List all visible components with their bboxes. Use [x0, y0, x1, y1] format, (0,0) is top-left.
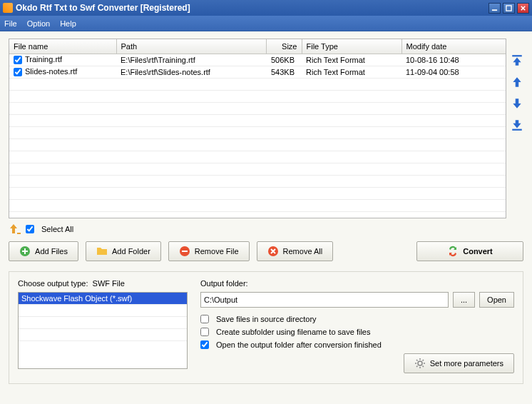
- move-up-icon[interactable]: [511, 76, 523, 89]
- svg-point-8: [418, 361, 422, 365]
- svg-rect-2: [512, 55, 522, 56]
- col-path[interactable]: Path: [116, 39, 266, 54]
- content-area: File name Path Size File Type Modify dat…: [0, 31, 532, 404]
- cell-path: E:\Files\rtf\Slides-notes.rtf: [116, 66, 266, 78]
- cell-name: Slides-notes.rtf: [25, 67, 77, 76]
- select-all-checkbox[interactable]: [26, 225, 34, 233]
- cell-size: 543KB: [266, 66, 302, 78]
- cell-type: Rich Text Format: [302, 66, 401, 78]
- svg-rect-0: [492, 9, 497, 11]
- col-type[interactable]: File Type: [302, 39, 401, 54]
- browse-button[interactable]: ...: [453, 292, 475, 308]
- table-row[interactable]: Training.rtf E:\Files\rtf\Training.rtf 5…: [9, 54, 506, 66]
- col-size[interactable]: Size: [266, 39, 302, 54]
- menu-help[interactable]: Help: [60, 19, 76, 28]
- file-list[interactable]: File name Path Size File Type Modify dat…: [9, 39, 506, 218]
- select-all-label: Select All: [41, 225, 73, 233]
- gear-icon: [414, 358, 426, 369]
- open-button[interactable]: Open: [479, 292, 514, 308]
- list-item[interactable]: Shockwave Flash Object (*.swf): [19, 293, 187, 304]
- row-checkbox[interactable]: [14, 68, 22, 76]
- reorder-arrows: [511, 39, 523, 218]
- cell-path: E:\Files\rtf\Training.rtf: [116, 54, 266, 66]
- set-more-parameters-button[interactable]: Set more parameters: [404, 353, 514, 373]
- opt-label: Save files in source directory: [216, 315, 317, 323]
- minus-icon: [179, 246, 190, 257]
- output-folder-input[interactable]: [200, 292, 449, 308]
- remove-all-button[interactable]: Remove All: [257, 241, 334, 261]
- convert-button[interactable]: Convert: [416, 241, 523, 261]
- col-filename[interactable]: File name: [9, 39, 116, 54]
- move-top-icon[interactable]: [511, 54, 523, 67]
- table-row[interactable]: Slides-notes.rtf E:\Files\rtf\Slides-not…: [9, 66, 506, 78]
- svg-rect-6: [182, 251, 188, 252]
- open-after-checkbox[interactable]: [200, 340, 209, 349]
- remove-file-button[interactable]: Remove File: [168, 241, 250, 261]
- svg-rect-1: [506, 5, 511, 10]
- cell-type: Rich Text Format: [302, 54, 401, 66]
- col-date[interactable]: Modify date: [401, 39, 506, 54]
- cell-name: Training.rtf: [25, 55, 62, 64]
- opt-label: Open the output folder after conversion …: [216, 340, 382, 349]
- output-type-list[interactable]: Shockwave Flash Object (*.swf): [18, 292, 188, 369]
- move-bottom-icon[interactable]: [511, 118, 523, 131]
- cell-date: 10-08-16 10:48: [401, 54, 506, 66]
- folder-icon: [96, 246, 108, 257]
- output-type-label: Choose output type:: [18, 279, 88, 288]
- maximize-button[interactable]: [503, 3, 515, 14]
- row-checkbox[interactable]: [14, 56, 22, 64]
- menu-file[interactable]: File: [4, 19, 17, 28]
- close-button[interactable]: [517, 3, 529, 14]
- menu-option[interactable]: Option: [27, 19, 50, 28]
- minimize-button[interactable]: [488, 3, 501, 14]
- menu-bar: File Option Help: [0, 16, 532, 31]
- cell-size: 506KB: [266, 54, 302, 66]
- cell-date: 11-09-04 00:58: [401, 66, 506, 78]
- add-folder-button[interactable]: Add Folder: [86, 241, 161, 261]
- title-bar: Okdo Rtf Txt to Swf Converter [Registere…: [0, 0, 532, 16]
- output-type-value: SWF File: [93, 279, 125, 288]
- convert-icon: [447, 246, 459, 257]
- create-subfolder-checkbox[interactable]: [200, 328, 209, 336]
- plus-icon: [19, 246, 31, 257]
- output-folder-label: Output folder:: [200, 279, 514, 288]
- remove-all-icon: [267, 246, 279, 257]
- app-icon: [3, 3, 13, 13]
- opt-label: Create subfolder using filename to save …: [216, 328, 370, 336]
- move-down-icon[interactable]: [511, 97, 523, 110]
- save-in-source-checkbox[interactable]: [200, 315, 209, 323]
- add-files-button[interactable]: Add Files: [9, 241, 78, 261]
- window-title: Okdo Rtf Txt to Swf Converter [Registere…: [16, 3, 486, 13]
- parent-folder-icon[interactable]: [10, 224, 21, 234]
- svg-rect-3: [512, 129, 522, 131]
